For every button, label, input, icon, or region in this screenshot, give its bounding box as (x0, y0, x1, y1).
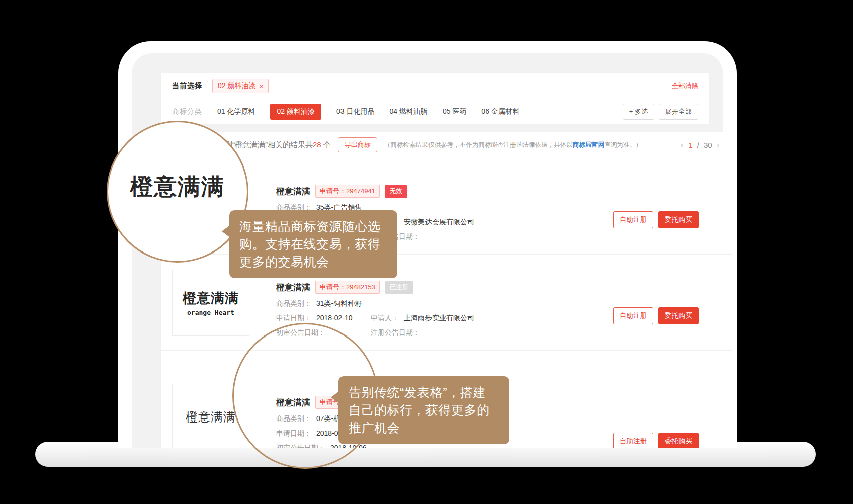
selected-filter-tag-text: 02 颜料油漆 (218, 81, 255, 91)
current-selection-label: 当前选择 (172, 81, 202, 91)
current-page: 1 (688, 141, 692, 149)
category-item-01[interactable]: 01 化学原料 (217, 107, 255, 116)
results-header: 当前分类下检索到“橙意满满”相关的结果共28 个 导出商标 （商标检索结果仅供参… (161, 132, 732, 158)
category-actions: + 多选 展开全部 (623, 104, 698, 120)
tooltip-promotion: 告别传统“发表格”，搭建 自己的标行，获得更多的 推广机会 (338, 376, 509, 444)
category-item-04[interactable]: 04 燃料油脂 (389, 107, 427, 116)
field-value: 2018-02-10 (316, 314, 353, 323)
expand-all-button[interactable]: 展开全部 (659, 104, 698, 120)
filter-card: 当前选择 02 颜料油漆 × 全部清除 商标分类 01 化学原料 02 颜料油漆… (161, 73, 709, 124)
category-item-02-selected[interactable]: 02 颜料油漆 (270, 104, 321, 120)
row-actions: 自助注册 委托购买 (613, 307, 699, 324)
category-row: 商标分类 01 化学原料 02 颜料油漆 03 日化用品 04 燃料油脂 05 … (161, 99, 709, 124)
category-item-05[interactable]: 05 医药 (443, 107, 466, 116)
field-value: – (425, 328, 429, 338)
field-value: 上海雨步实业有限公司 (404, 314, 474, 323)
tooltip-marketplace: 海量精品商标资源随心选 购。支持在线交易，获得 更多的交易机会 (229, 210, 397, 278)
magnifier-bubble-1: 橙意满满 (107, 121, 248, 263)
application-number-tag: 申请号：29482153 (315, 281, 380, 294)
application-number-tag: 申请号：29474941 (315, 185, 380, 198)
category-item-06[interactable]: 06 金属材料 (481, 107, 519, 116)
current-selection-row: 当前选择 02 颜料油漆 × 全部清除 (161, 73, 709, 99)
next-page-icon[interactable]: › (717, 140, 720, 150)
field-label: 商品类别： (276, 299, 311, 308)
self-register-button[interactable]: 自助注册 (613, 433, 653, 448)
status-badge-registered: 已注册 (385, 281, 414, 294)
trademark-thumbnail-2[interactable]: 橙意满满 orange Heart (172, 270, 249, 336)
remove-filter-icon[interactable]: × (259, 82, 263, 90)
self-register-button[interactable]: 自助注册 (613, 211, 653, 228)
self-register-button[interactable]: 自助注册 (613, 307, 653, 324)
thumbnail-subtext: orange Heart (187, 309, 234, 316)
trademark-name[interactable]: 橙意满满 (276, 282, 310, 293)
field-label: 注册公告日期： (371, 328, 420, 338)
disclaimer-text: （商标检索结果仅供参考，不作为商标能否注册的法律依据；具体以商标局官网查询为准。… (384, 141, 642, 149)
tooltip-promotion-text: 告别传统“发表格”，搭建 自己的标行，获得更多的 推广机会 (349, 385, 490, 435)
page-separator: / (697, 141, 699, 149)
trademark-office-link[interactable]: 商标局官网 (573, 141, 605, 148)
field-label: 申请人： (371, 314, 399, 323)
field-value: – (425, 232, 429, 241)
export-button[interactable]: 导出商标 (338, 137, 377, 152)
entrust-buy-button[interactable]: 委托购买 (658, 307, 699, 324)
field-value: 31类-饲料种籽 (316, 299, 362, 308)
row-actions: 自助注册 委托购买 (613, 433, 699, 448)
field-value: 安徽美达会展有限公司 (404, 218, 474, 227)
stage: 当前选择 02 颜料油漆 × 全部清除 商标分类 01 化学原料 02 颜料油漆… (0, 0, 853, 504)
field-label: 申请日期： (276, 314, 311, 323)
magnified-trademark-text: 橙意满满 (130, 172, 225, 202)
entrust-buy-button[interactable]: 委托购买 (658, 433, 699, 448)
trademark-name[interactable]: 橙意满满 (276, 186, 310, 197)
category-item-03[interactable]: 03 日化用品 (336, 107, 374, 116)
entrust-buy-button[interactable]: 委托购买 (658, 211, 699, 228)
total-pages: 30 (704, 141, 712, 149)
prev-page-icon[interactable]: ‹ (680, 140, 684, 150)
selected-filter-tag[interactable]: 02 颜料油漆 × (212, 79, 269, 93)
results-count: 28 (313, 140, 321, 149)
multi-select-button[interactable]: + 多选 (623, 104, 654, 120)
category-bar-label: 商标分类 (172, 107, 202, 116)
row-actions: 自助注册 委托购买 (613, 211, 699, 228)
clear-all-link[interactable]: 全部清除 (672, 81, 698, 91)
pagination: ‹ 1 / 30 › (668, 132, 732, 158)
status-badge-invalid: 无效 (385, 185, 407, 198)
tooltip-marketplace-text: 海量精品商标资源随心选 购。支持在线交易，获得 更多的交易机会 (239, 219, 381, 269)
